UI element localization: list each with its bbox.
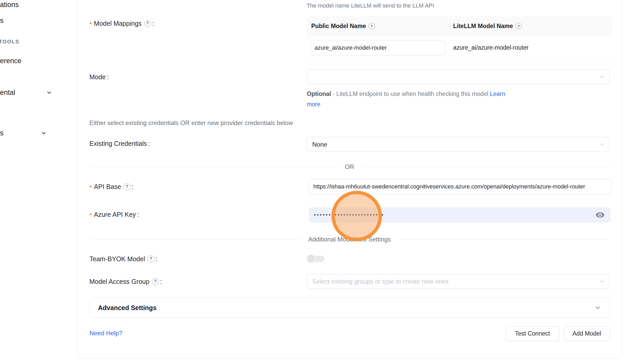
or-divider-text: OR xyxy=(345,163,354,171)
required-mark: * xyxy=(89,184,92,191)
model-mappings-table: Public Model Name ? LiteLLM Model Name ?… xyxy=(307,16,612,60)
test-connect-button[interactable]: Test Connect xyxy=(506,326,559,341)
column-divider xyxy=(450,21,450,31)
model-name-help-text: The model name LiteLLM will send to the … xyxy=(307,2,434,9)
advanced-settings-toggle[interactable]: Advanced Settings xyxy=(89,298,610,318)
or-divider: OR xyxy=(89,163,610,171)
team-byok-toggle[interactable] xyxy=(306,254,324,264)
required-mark: * xyxy=(89,212,92,219)
sidebar-item-label: ental xyxy=(0,89,15,97)
existing-credentials-value: None xyxy=(312,141,327,148)
help-icon[interactable]: ? xyxy=(147,256,154,263)
existing-credentials-select[interactable]: None xyxy=(307,137,610,152)
additional-settings-divider: Additional Model Info Settings xyxy=(89,236,610,243)
required-mark: * xyxy=(89,21,92,28)
sidebar-item[interactable]: s xyxy=(0,16,4,25)
help-icon[interactable]: ? xyxy=(368,23,375,29)
litellm-model-name-value: azure_ai/azure-model-router xyxy=(453,36,529,59)
chevron-down-icon xyxy=(599,279,605,284)
eye-icon[interactable] xyxy=(595,211,605,219)
help-icon[interactable]: ? xyxy=(123,183,131,190)
help-icon[interactable]: ? xyxy=(144,20,151,27)
sidebar-item-label: s xyxy=(0,129,4,137)
sidebar-item-settings[interactable]: s xyxy=(0,129,47,138)
help-icon[interactable]: ? xyxy=(515,23,522,29)
help-icon[interactable]: ? xyxy=(152,278,159,285)
azure-api-key-label: * Azure API Key : xyxy=(89,210,139,219)
public-model-name-input[interactable] xyxy=(310,40,446,55)
sidebar-item-label: ations xyxy=(0,1,19,9)
sidebar-item[interactable]: erence xyxy=(0,56,22,65)
chevron-down-icon xyxy=(599,142,605,147)
masked-api-key: •••••••••••••••••••••••• xyxy=(309,212,385,218)
team-byok-label: Team-BYOK Model ? : xyxy=(89,254,158,264)
column-header-litellm-model-name: LiteLLM Model Name ? xyxy=(450,23,522,30)
chevron-down-icon xyxy=(46,89,52,96)
add-model-button[interactable]: Add Model xyxy=(564,326,610,341)
credentials-note: Either select existing credentials OR en… xyxy=(89,119,293,127)
chevron-down-icon xyxy=(41,130,47,136)
need-help-link[interactable]: Need Help? xyxy=(89,330,122,337)
column-header-public-model-name: Public Model Name ? xyxy=(307,23,450,30)
mode-select[interactable] xyxy=(307,69,610,84)
model-mappings-table-row: azure_ai/azure-model-router xyxy=(307,36,612,59)
sidebar-item-organizations[interactable]: ations xyxy=(0,0,19,9)
model-access-group-select[interactable]: Select existing groups or type to create… xyxy=(307,274,610,289)
additional-settings-divider-text: Additional Model Info Settings xyxy=(308,236,391,243)
api-base-input[interactable] xyxy=(309,179,612,194)
add-model-page: ations s TOOLS erence ental s The model … xyxy=(0,0,644,360)
mode-label: Mode : xyxy=(89,72,109,82)
chevron-down-icon xyxy=(599,74,605,80)
model-mappings-table-header: Public Model Name ? LiteLLM Model Name ? xyxy=(307,16,612,36)
advanced-settings-label: Advanced Settings xyxy=(98,304,157,312)
existing-credentials-label: Existing Credentials : xyxy=(89,139,150,148)
api-base-label: * API Base ? : xyxy=(89,182,134,191)
sidebar-section-tools: TOOLS xyxy=(0,38,19,45)
azure-api-key-input[interactable]: •••••••••••••••••••••••• xyxy=(309,207,610,222)
sidebar-item-label: s xyxy=(0,17,4,25)
sidebar-item-label: erence xyxy=(0,57,22,65)
model-access-group-placeholder: Select existing groups or type to create… xyxy=(312,278,448,285)
mode-help-text: Optional - LiteLLM endpoint to use when … xyxy=(307,89,530,109)
chevron-down-icon xyxy=(594,304,601,311)
model-access-group-label: Model Access Group ? : xyxy=(89,277,162,286)
model-mappings-label: * Model Mappings ? : xyxy=(89,19,154,28)
sidebar-item-experimental[interactable]: ental xyxy=(0,88,52,97)
